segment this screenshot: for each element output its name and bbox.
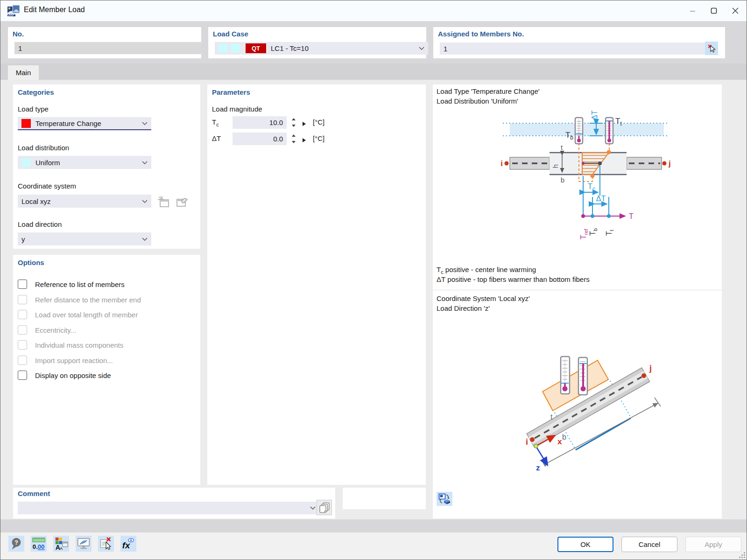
tc-flyout-button[interactable] (302, 120, 306, 125)
display-properties-button[interactable]: A (53, 536, 69, 552)
option-label: Load over total length of member (35, 311, 138, 319)
close-icon (732, 7, 739, 14)
tab-main[interactable]: Main (8, 65, 39, 80)
svg-text:fx: fx (122, 540, 131, 550)
load-type-select[interactable]: Temperature Change (18, 117, 151, 130)
svg-text:b: b (561, 176, 564, 184)
tab-strip: Main (0, 63, 747, 80)
option-reference-to-list[interactable]: Reference to list of members (18, 279, 196, 290)
checkbox (18, 340, 27, 350)
rendering-button[interactable] (76, 536, 92, 552)
number-label: No. (13, 30, 24, 38)
svg-text:h: h (551, 164, 559, 168)
delete-load-button[interactable] (98, 536, 114, 552)
number-input: 1 (14, 42, 202, 54)
origin-marker (534, 444, 538, 448)
svg-text:Tref: Tref (579, 228, 589, 239)
checkbox (18, 295, 27, 304)
apply-button: Apply (685, 537, 741, 552)
load-direction-value: y (21, 235, 25, 243)
flyout-arrow-icon (302, 138, 306, 143)
svg-text:t: t (561, 143, 563, 151)
units-icon: 0.00 (31, 536, 46, 551)
resize-grip[interactable] (738, 551, 746, 559)
svg-text:ΔT: ΔT (591, 110, 599, 120)
svg-text:j: j (668, 159, 671, 168)
tc-input[interactable]: 10.0 (233, 116, 287, 129)
assigned-members-input[interactable]: 1 (440, 42, 709, 55)
app-icon (7, 4, 20, 17)
option-label: Individual mass components (35, 341, 123, 349)
edit-member-load-dialog: Edit Member Load No. 1 Load Case QT LC1 … (0, 0, 747, 560)
chevron-down-icon (310, 506, 316, 510)
formula-button[interactable]: fx (120, 536, 136, 552)
categories-title: Categories (18, 88, 54, 96)
toggle-view-button[interactable] (437, 492, 452, 506)
svg-text:ΔT: ΔT (596, 195, 606, 203)
option-eccentricity: Eccentricity... (18, 324, 196, 336)
load-direction-select[interactable]: y (18, 232, 151, 245)
units-button[interactable]: 0.00 (31, 536, 47, 552)
dt-input[interactable]: 0.0 (233, 133, 287, 145)
options-title: Options (18, 259, 44, 266)
spare-panel (343, 488, 426, 509)
spinner-arrows-icon (291, 134, 296, 144)
separator-strip (0, 519, 747, 532)
option-label: Import support reaction... (35, 357, 113, 364)
thermometer-top-icon (606, 118, 613, 144)
checkbox (18, 325, 27, 335)
pick-cursor-icon (707, 44, 716, 53)
load-case-color-swatch-1 (218, 44, 228, 53)
assigned-members-panel: Assigned to Members No. 1 (433, 27, 725, 58)
new-window-icon (156, 195, 170, 209)
preview-load-direction-line: Load Direction 'z' (437, 304, 490, 312)
minimize-button[interactable] (682, 3, 703, 18)
ok-button[interactable]: OK (557, 537, 613, 552)
select-members-button[interactable] (705, 42, 718, 55)
dt-spinner[interactable] (291, 134, 296, 144)
load-direction-label: Load direction (18, 220, 62, 228)
footer-bar: ? 0.00 A (0, 532, 747, 560)
formula-icon: fx (121, 536, 136, 551)
maximize-button[interactable] (704, 3, 724, 18)
svg-text:?: ? (14, 539, 18, 546)
comment-select[interactable] (18, 502, 319, 514)
load-case-color-swatch-2 (231, 44, 240, 53)
parameters-panel: Parameters Load magnitude Tc 10.0 [°C] Δ… (207, 84, 426, 485)
comment-templates-button[interactable] (317, 500, 332, 515)
load-case-select[interactable]: QT LC1 - Tc=10 (215, 42, 428, 55)
tc-spinner[interactable] (291, 118, 296, 127)
option-display-opposite-side[interactable]: Display on opposite side (18, 370, 196, 381)
svg-text:i: i (500, 159, 503, 168)
checkbox[interactable] (18, 371, 27, 380)
option-label: Reference to list of members (35, 280, 125, 288)
comment-panel: Comment (13, 488, 335, 518)
cancel-button[interactable]: Cancel (621, 537, 677, 552)
load-distribution-value: Uniform (35, 159, 60, 167)
load-distribution-color-swatch (21, 158, 31, 167)
checkbox[interactable] (18, 280, 27, 289)
load-type-value: Temperature Change (35, 119, 101, 127)
option-label: Display on opposite side (35, 371, 111, 379)
dt-flyout-button[interactable] (302, 136, 306, 141)
svg-text:T: T (629, 212, 634, 220)
close-button[interactable] (725, 3, 746, 18)
preview-load-type-line: Load Type 'Temperature Change' (437, 87, 540, 95)
options-panel: Options Reference to list of members Ref… (13, 255, 200, 485)
coordinate-system-select[interactable]: Local xyz (18, 195, 151, 208)
load-distribution-select[interactable]: Uniform (18, 156, 151, 169)
help-button[interactable]: ? (8, 536, 24, 552)
chevron-down-icon (142, 122, 148, 125)
spinner-arrows-icon (291, 118, 296, 127)
option-label: Eccentricity... (35, 326, 76, 334)
load-type-color-swatch (21, 119, 31, 128)
categories-panel: Categories Load type Temperature Change … (13, 84, 200, 249)
svg-text:Tt: Tt (615, 117, 622, 127)
preview-note-tc: Tc positive - center line warming (437, 266, 536, 275)
warm-air-band (510, 123, 664, 136)
preview-coordinate-system-line: Coordinate System 'Local xyz' (437, 294, 530, 302)
title-bar: Edit Member Load (0, 0, 747, 21)
svg-text:Tt: Tt (605, 230, 614, 236)
new-coordinate-system-button (155, 194, 171, 209)
comment-title: Comment (18, 490, 50, 497)
